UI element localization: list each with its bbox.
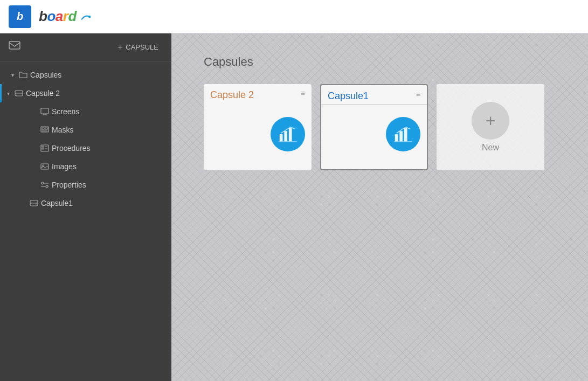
sidebar-header: + CAPSULE: [0, 33, 171, 61]
capsule2-menu-icon[interactable]: ≡: [301, 89, 305, 97]
sidebar-item-images[interactable]: ▾ Images: [0, 157, 171, 176]
app-icon-button[interactable]: b: [9, 5, 31, 28]
svg-rect-4: [41, 108, 49, 114]
svg-rect-29: [289, 128, 292, 141]
sidebar-item-procedures[interactable]: ▾ Procedures: [0, 139, 171, 157]
plus-icon: +: [486, 111, 496, 131]
svg-rect-1: [9, 41, 20, 49]
sidebar-item-capsules[interactable]: ▾ Capsules: [0, 66, 171, 84]
masks-label: Masks: [52, 126, 167, 134]
logo: board: [39, 8, 91, 25]
svg-point-19: [41, 182, 44, 184]
new-capsule-card[interactable]: + New: [437, 84, 544, 170]
svg-rect-33: [404, 128, 407, 142]
new-card-plus-circle: +: [472, 102, 509, 140]
chevron-down-icon: ▾: [4, 91, 12, 96]
properties-label: Properties: [52, 181, 167, 189]
capsule1-label: Capsule1: [41, 199, 167, 207]
add-capsule-button[interactable]: + CAPSULE: [113, 40, 163, 54]
topbar: b board: [0, 0, 588, 33]
svg-rect-13: [42, 146, 44, 147]
sidebar-item-capsule1[interactable]: ▾ Capsule1: [0, 194, 171, 212]
sidebar-item-screens[interactable]: ▾ Screens: [0, 102, 171, 121]
capsule1-icon-circle: [386, 117, 420, 151]
inbox-icon[interactable]: [9, 41, 20, 53]
capsule-icon: [14, 88, 24, 98]
capsule-icon: [29, 198, 39, 208]
capsule1-card-title: Capsule1: [328, 91, 369, 102]
tree-nav: ▾ Capsules ▾ Capsule 2: [0, 61, 171, 217]
svg-rect-34: [394, 141, 412, 142]
images-icon: [40, 162, 50, 171]
chevron-down-icon: ▾: [9, 72, 16, 78]
page-title: Capsules: [204, 55, 566, 69]
screens-label: Screens: [52, 107, 167, 116]
images-label: Images: [52, 162, 167, 171]
sidebar-item-masks[interactable]: ▾ Masks: [0, 121, 171, 139]
folder-icon: [18, 70, 28, 80]
main-layout: + CAPSULE ▾ Capsules ▾: [0, 33, 588, 381]
svg-rect-27: [280, 134, 283, 141]
plus-icon: +: [117, 43, 122, 52]
svg-rect-32: [399, 131, 403, 141]
svg-rect-28: [284, 131, 287, 141]
new-card-label: New: [482, 143, 499, 153]
screens-icon: [40, 107, 50, 116]
svg-rect-10: [45, 128, 47, 129]
add-capsule-label: CAPSULE: [126, 43, 158, 51]
capsule1-menu-icon[interactable]: ≡: [416, 91, 420, 98]
properties-icon: [40, 180, 50, 190]
capsules-root-label: Capsules: [30, 71, 167, 79]
procedures-label: Procedures: [52, 144, 167, 153]
sidebar: + CAPSULE ▾ Capsules ▾: [0, 33, 171, 381]
capsule2-card-title: Capsule 2: [210, 89, 254, 101]
content-inner: Capsules Capsule 2 ≡: [171, 33, 588, 181]
app-icon-letter: b: [17, 10, 23, 23]
logo-swoosh: [81, 14, 91, 20]
masks-icon: [40, 125, 50, 135]
svg-rect-31: [395, 134, 398, 141]
capsule2-chart-icon: [278, 124, 298, 144]
capsule2-label: Capsule 2: [26, 89, 167, 98]
cards-row: Capsule 2 ≡: [204, 84, 566, 170]
sidebar-item-properties[interactable]: ▾ Properties: [0, 176, 171, 194]
capsule1-card[interactable]: Capsule1 ≡: [320, 84, 428, 170]
capsule2-icon-circle: [271, 117, 305, 151]
capsule1-card-header: Capsule1 ≡: [321, 85, 427, 104]
capsule2-card-header: Capsule 2 ≡: [204, 84, 312, 103]
capsule1-card-body: [321, 105, 427, 169]
content-area: Capsules Capsule 2 ≡: [171, 33, 588, 381]
capsule2-card[interactable]: Capsule 2 ≡: [204, 84, 312, 170]
svg-rect-30: [279, 141, 297, 142]
svg-rect-9: [42, 128, 44, 129]
svg-point-22: [46, 185, 48, 188]
sidebar-item-capsule2[interactable]: ▾ Capsule 2: [0, 84, 171, 102]
capsule1-chart-icon: [393, 124, 413, 144]
svg-rect-14: [42, 148, 44, 149]
capsule2-card-body: [204, 103, 312, 170]
procedures-icon: [40, 143, 50, 153]
